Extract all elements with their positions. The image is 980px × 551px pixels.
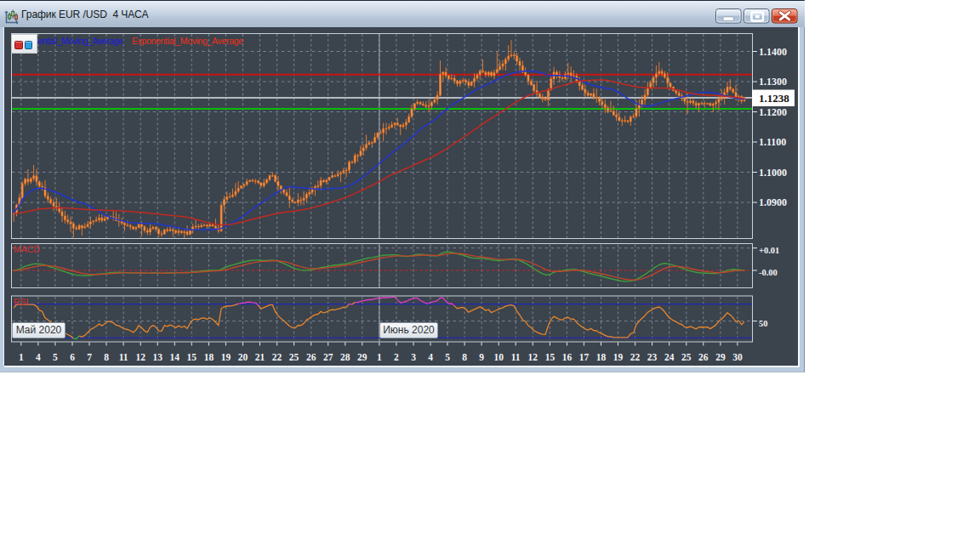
svg-text:23: 23 <box>647 352 658 362</box>
svg-text:1.1238: 1.1238 <box>759 92 789 105</box>
svg-text:30: 30 <box>732 352 743 362</box>
svg-text:5: 5 <box>53 352 58 362</box>
svg-text:4: 4 <box>36 352 41 362</box>
svg-text:11: 11 <box>119 352 128 362</box>
svg-text:22: 22 <box>630 352 641 362</box>
svg-text:1.0900: 1.0900 <box>759 196 787 208</box>
svg-text:19: 19 <box>613 352 624 362</box>
svg-text:25: 25 <box>681 352 692 362</box>
svg-text:16: 16 <box>562 352 573 362</box>
svg-text:Exponential_Moving_Average: Exponential_Moving_Average <box>132 36 243 46</box>
svg-text:25: 25 <box>289 352 299 362</box>
svg-text:15: 15 <box>187 352 197 362</box>
svg-text:26: 26 <box>306 352 316 362</box>
svg-text:2: 2 <box>394 352 399 362</box>
svg-text:24: 24 <box>664 352 675 362</box>
svg-text:28: 28 <box>340 352 350 362</box>
svg-text:1.1100: 1.1100 <box>759 136 786 148</box>
svg-text:19: 19 <box>221 352 231 362</box>
svg-text:21: 21 <box>255 352 265 362</box>
svg-text:MACD: MACD <box>14 244 40 254</box>
svg-text:15: 15 <box>545 352 556 362</box>
svg-text:17: 17 <box>579 352 590 362</box>
svg-text:29: 29 <box>715 352 726 362</box>
svg-text:8: 8 <box>462 352 467 362</box>
svg-text:3: 3 <box>411 352 416 362</box>
svg-text:1: 1 <box>19 352 24 362</box>
svg-text:14: 14 <box>170 352 180 362</box>
svg-text:7: 7 <box>87 352 92 362</box>
svg-text:11: 11 <box>511 352 521 362</box>
svg-text:27: 27 <box>323 352 333 362</box>
svg-text:5: 5 <box>445 352 450 362</box>
svg-text:8: 8 <box>104 352 109 362</box>
svg-text:-0.00: -0.00 <box>759 268 778 277</box>
svg-text:22: 22 <box>272 352 282 362</box>
svg-text:1.1000: 1.1000 <box>759 167 787 179</box>
svg-text:1.1400: 1.1400 <box>759 46 787 58</box>
svg-text:20: 20 <box>238 352 248 362</box>
svg-text:6: 6 <box>70 352 75 362</box>
svg-text:12: 12 <box>135 352 145 362</box>
svg-text:10: 10 <box>493 352 504 362</box>
svg-text:1: 1 <box>377 352 382 362</box>
svg-text:12: 12 <box>528 352 538 362</box>
svg-text:RSI: RSI <box>14 297 29 307</box>
svg-text:ential_Moving_Average: ential_Moving_Average <box>37 36 123 46</box>
svg-text:18: 18 <box>596 352 607 362</box>
svg-text:29: 29 <box>357 352 368 362</box>
svg-text:13: 13 <box>152 352 162 362</box>
svg-text:18: 18 <box>204 352 214 362</box>
svg-text:1.1300: 1.1300 <box>759 76 787 88</box>
svg-text:4: 4 <box>428 352 433 362</box>
svg-text:1.1200: 1.1200 <box>759 106 787 118</box>
svg-text:+0.01: +0.01 <box>759 246 779 255</box>
svg-text:50: 50 <box>759 319 768 328</box>
svg-text:9: 9 <box>479 352 484 362</box>
svg-text:26: 26 <box>698 352 709 362</box>
